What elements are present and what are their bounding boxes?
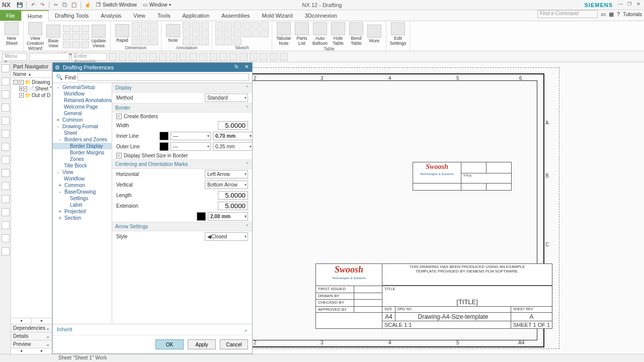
misc1-icon[interactable] [2,182,10,190]
nav-general-setup[interactable]: -General/Setup [53,84,112,90]
drawing-canvas[interactable]: 2 3 4 5 6 A B C D D 1 2 3 4 5 A4 SwooshT… [253,62,644,354]
tab-home[interactable]: Home [21,10,49,21]
file-menu[interactable]: File [0,10,21,21]
nav-common2[interactable]: +Common [53,182,112,189]
display-section-header[interactable]: Display⌃ [112,83,252,93]
tool-button[interactable] [260,53,268,61]
switch-window-label[interactable]: Switch Window [103,2,137,8]
nav-borders-zones[interactable]: -Borders and Zones [53,136,112,143]
nav-workflow[interactable]: Workflow [53,90,112,97]
menu-dropdown[interactable]: Menu ▾ [2,53,27,61]
ok-button[interactable]: OK [155,339,184,349]
hd3d-icon[interactable] [2,117,10,125]
nav-base-drawing[interactable]: -Base/Drawing [53,189,112,195]
note-button[interactable]: Note [165,24,182,43]
find-input[interactable] [77,73,249,81]
inner-width-combo[interactable]: 0.70 mm [213,132,252,140]
centering-section-header[interactable]: Centering and Orientation Marks⌃ [112,159,252,169]
tree-row-drawing[interactable]: -✓📁Drawing [11,79,52,85]
nav-title-block[interactable]: Title Block [53,162,112,169]
cancel-button[interactable]: Cancel [220,339,248,349]
dependencies-accordion[interactable]: Dependencies⌄ [11,324,52,332]
tool-button[interactable] [159,53,167,61]
tabular-note-button[interactable]: Tabular Note [275,22,292,46]
part-navigator-column-header[interactable]: Name▴ [11,71,52,78]
sketch-small-buttons2[interactable] [243,22,269,45]
length-input[interactable] [218,191,248,200]
nav-border-margins[interactable]: Border Margins [53,149,112,156]
centering-line-combo[interactable]: 2.00 mm [208,212,248,221]
nav-welcome[interactable]: Welcome Page [53,104,112,110]
inner-color[interactable] [159,132,169,140]
tree-row-outofdate[interactable]: +📁Out of D [11,92,52,99]
restore-icon[interactable]: ❐ [626,2,633,9]
arrow-section-header[interactable]: Arrow Settings⌃ [112,222,252,231]
minimize-icon[interactable]: — [617,2,624,9]
window-menu-label[interactable]: Window [149,2,168,8]
misc4-icon[interactable] [2,221,10,229]
update-views-button[interactable]: Update Views [90,25,107,49]
inner-style-combo[interactable]: — [171,132,211,140]
apply-button[interactable]: Apply [188,339,216,349]
nav-common[interactable]: +Common [53,117,112,123]
details-accordion[interactable]: Details⌄ [11,332,52,340]
tool-button[interactable] [239,53,248,61]
more-table-button[interactable]: More [366,25,383,44]
outer-width-combo[interactable]: 0.35 mm [213,142,252,151]
tab-drafting-tools[interactable]: Drafting Tools [49,10,95,21]
tool-button[interactable] [250,53,258,61]
tool-button[interactable] [199,53,207,61]
roles-icon[interactable] [2,156,10,164]
tool-button[interactable] [219,53,227,61]
auto-balloon-button[interactable]: Auto Balloon [311,22,329,46]
assembly-navigator-icon[interactable] [2,77,10,85]
vertical-combo[interactable]: Bottom Arrow [205,180,248,189]
tutorials-link[interactable]: Tutorials [623,12,642,17]
undo-icon[interactable]: ↶ [30,2,37,9]
misc5-icon[interactable] [2,234,10,242]
nav-general[interactable]: General [53,110,112,117]
border-section-header[interactable]: Border⌃ [112,103,252,113]
sketch-small-buttons[interactable] [215,22,242,45]
nav-view[interactable]: -View [53,169,112,175]
touch-icon[interactable]: ☝ [84,2,91,9]
selection-scope[interactable] [29,53,69,61]
nav-section[interactable]: +Section [53,215,112,221]
close-icon[interactable]: ✕ [635,2,642,9]
dimension-small-buttons[interactable] [132,22,158,45]
tab-application[interactable]: Application [176,10,215,21]
dialog-close-icon[interactable]: ✕ [243,64,250,71]
width-input[interactable] [218,121,248,130]
edit-settings-button[interactable]: Edit Settings [389,22,407,46]
nav-zones[interactable]: Zones [53,156,112,162]
constraint-navigator-icon[interactable] [2,90,10,99]
scroll-left[interactable]: ◂ [11,318,32,324]
misc6-icon[interactable] [2,247,10,255]
tool-button[interactable] [119,53,127,61]
misc2-icon[interactable] [2,195,10,203]
tree-row-sheet[interactable]: +✓📄Sheet "S [11,85,52,92]
outer-color[interactable] [159,142,169,151]
nav-settings[interactable]: Settings [53,195,112,202]
tab-view[interactable]: View [127,10,151,21]
inherit-section[interactable]: Inherit⌄ [53,324,252,335]
tab-tools[interactable]: Tools [151,10,177,21]
scroll-right[interactable]: ▸ [32,318,52,324]
reuse-library-icon[interactable] [2,104,10,112]
style-combo[interactable]: ◀ Closed [205,232,248,241]
base-view-button[interactable]: Base View [45,25,62,49]
switch-window-icon[interactable]: ❐ [96,2,101,8]
grid-icon[interactable]: ▦ [609,11,614,18]
extension-input[interactable] [218,202,248,210]
cut-icon[interactable]: ✂ [52,2,59,9]
bend-table-button[interactable]: Bend Table [348,22,365,46]
chevron-down-icon[interactable]: ▾ [169,3,171,7]
tool-button[interactable] [189,53,197,61]
nav-sheet[interactable]: Sheet [53,130,112,136]
sheet-size-checkbox[interactable]: ✓Display Sheet Size in Border [112,152,252,159]
history-icon[interactable] [2,143,10,151]
tool-button[interactable] [109,53,117,61]
preview-accordion[interactable]: Preview⌄ [11,340,52,348]
tool-button[interactable] [139,53,147,61]
hole-table-button[interactable]: Hole Table [330,22,347,46]
